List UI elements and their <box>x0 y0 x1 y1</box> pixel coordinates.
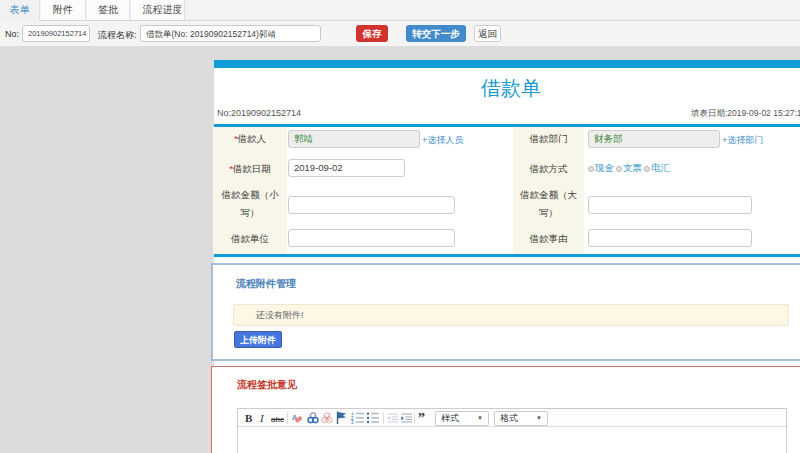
svg-text:3: 3 <box>351 420 354 424</box>
